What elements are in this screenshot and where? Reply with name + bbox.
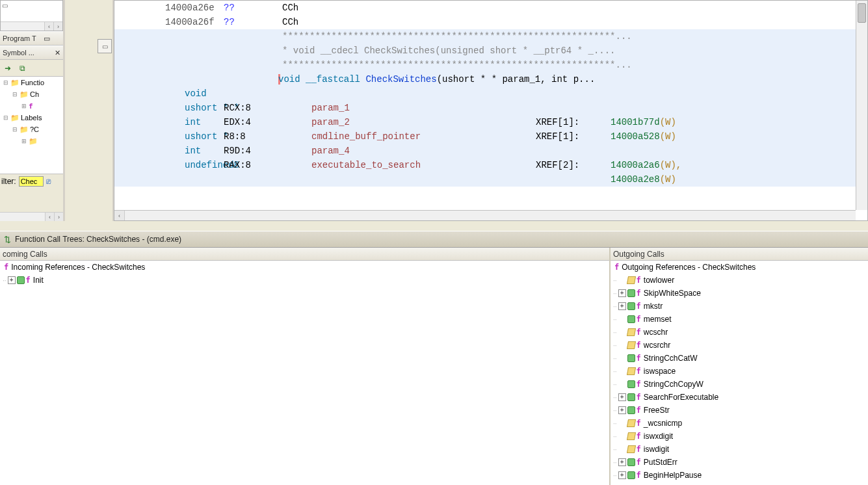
h-scrollbar[interactable]: ‹: [114, 210, 856, 220]
function-icon: f: [637, 276, 641, 285]
call-tree-item[interactable]: ·· fiswxdigit: [611, 430, 868, 443]
scroll-left-icon[interactable]: ‹: [114, 211, 125, 220]
expander-icon[interactable]: +: [618, 406, 626, 414]
expander-icon[interactable]: +: [618, 393, 626, 401]
call-label: SearchForExecutable: [644, 393, 718, 402]
call-tree-item[interactable]: ·· fwcsrchr: [611, 339, 868, 352]
goto-icon[interactable]: ➜: [1, 62, 14, 75]
call-tree-item[interactable]: ·· fmemset: [611, 313, 868, 326]
close-icon[interactable]: ✕: [55, 49, 60, 57]
code-line[interactable]: ****************************************…: [114, 29, 856, 44]
tree-item[interactable]: ⊟📁?C: [0, 124, 63, 135]
call-tree-item[interactable]: ·· ftowlower: [611, 274, 868, 287]
code-line[interactable]: * void __cdecl CheckSwitches(unsigned sh…: [114, 44, 856, 58]
ref-icon: [627, 458, 635, 466]
code-line[interactable]: void __fastcall CheckSwitches(ushort * *…: [114, 72, 856, 86]
incoming-header: coming Calls: [0, 248, 609, 261]
left-sidebar: ▭ ‹ › Program T ▭ Symbol ... ✕ ➜ ⧉ ⊟📁Fun…: [0, 0, 65, 221]
tree-item[interactable]: ⊟📁Labels: [0, 112, 63, 124]
filter-input[interactable]: [19, 176, 44, 187]
call-label: iswspace: [644, 367, 676, 376]
symbol-tree-header: Symbol ... ✕: [0, 46, 63, 60]
listing-gutter: ▭: [65, 0, 114, 221]
code-line[interactable]: ushort * *RCX:8param_1: [114, 101, 856, 115]
call-tree-item[interactable]: ··+ fFreeStr: [611, 404, 868, 417]
function-icon: f: [637, 471, 641, 480]
scroll-left-icon[interactable]: ‹: [44, 22, 53, 31]
ref-icon: [627, 432, 636, 440]
program-tree-panel: ▭ ‹ ›: [0, 0, 63, 31]
clear-filter-icon[interactable]: ⎚: [46, 177, 51, 186]
function-icon: f: [614, 263, 619, 272]
call-tree-item[interactable]: ·· fStringCchCatW: [611, 352, 868, 365]
incoming-header-label: coming Calls: [3, 250, 47, 259]
call-tree-item[interactable]: ··+ fSearchForExecutable: [611, 391, 868, 404]
call-tree-item[interactable]: ·· fwcschr: [611, 326, 868, 339]
listing-body[interactable]: 14000a26e??CCh14000a26f??CCh ***********…: [114, 1, 856, 210]
scroll-right-icon[interactable]: ›: [54, 213, 63, 221]
symbol-tree-title: Symbol ...: [3, 49, 34, 57]
call-tree-root[interactable]: fIncoming References - CheckSwitches: [0, 261, 609, 274]
code-line[interactable]: ushort *R8:8cmdline_buff_pointerXREF[1]:…: [114, 129, 856, 144]
call-trees-title-bar: ⇅ Function Call Trees: CheckSwitches - (…: [0, 231, 868, 248]
code-line[interactable]: intR9D:4param_4: [114, 144, 856, 158]
expander-icon[interactable]: +: [8, 276, 16, 284]
function-icon: f: [637, 458, 641, 467]
code-line[interactable]: 14000a2e8(W): [114, 172, 856, 187]
tree-icon[interactable]: ⧉: [16, 62, 29, 75]
call-label: iswxdigit: [644, 432, 673, 441]
ref-icon: [627, 341, 636, 349]
call-label: iswdigit: [644, 445, 669, 454]
program-tab[interactable]: Program T ▭: [0, 31, 63, 46]
tree-item[interactable]: ⊟📁Functio: [0, 77, 63, 88]
call-tree-item[interactable]: ··+ fBeginHelpPause: [611, 469, 868, 482]
incoming-tree[interactable]: fIncoming References - CheckSwitches··+ …: [0, 261, 609, 485]
tree-item[interactable]: ⊟📁Ch: [0, 88, 63, 100]
code-line[interactable]: undefined8RAX:8executable_to_searchXREF[…: [114, 158, 856, 172]
code-line[interactable]: 14000a26f??CCh: [114, 15, 856, 29]
h-scrollbar[interactable]: ‹ ›: [1, 21, 62, 31]
function-icon: f: [637, 393, 641, 402]
code-line[interactable]: intEDX:4param_2XREF[1]:14001b77d(W): [114, 115, 856, 129]
outgoing-tree[interactable]: fOutgoing References - CheckSwitches·· f…: [611, 261, 868, 485]
ref-icon: [627, 380, 635, 388]
call-tree-item[interactable]: ·· fStringCchCopyW: [611, 378, 868, 391]
function-icon: f: [637, 367, 641, 376]
nav-icon[interactable]: ▭: [44, 34, 50, 43]
call-tree-root[interactable]: fOutgoing References - CheckSwitches: [611, 261, 868, 274]
h-scrollbar[interactable]: ‹ ›: [0, 212, 63, 221]
tree-item[interactable]: ⊞📁: [0, 135, 63, 147]
call-tree-item[interactable]: ··+ fInit: [0, 274, 609, 287]
call-label: memset: [644, 315, 672, 324]
expander-icon[interactable]: +: [618, 302, 626, 310]
call-tree-item[interactable]: ··+ fSkipWhiteSpace: [611, 287, 868, 300]
call-tree-item[interactable]: ··+ fmkstr: [611, 300, 868, 313]
code-line[interactable]: ****************************************…: [114, 58, 856, 72]
filter-bar: ilter: ⎚: [0, 174, 63, 189]
ref-icon: [627, 445, 636, 453]
code-line[interactable]: void: [114, 86, 856, 101]
folder-icon: 📁: [20, 90, 29, 99]
function-icon: f: [637, 328, 641, 337]
scroll-right-icon[interactable]: ›: [53, 22, 62, 31]
call-label: wcsrchr: [644, 341, 670, 350]
function-icon: f: [4, 263, 8, 272]
call-tree-item[interactable]: ··+ fPutStdErr: [611, 456, 868, 469]
nav-history-icon[interactable]: ▭: [98, 39, 112, 53]
call-tree-item[interactable]: ·· fiswspace: [611, 365, 868, 378]
call-tree-item[interactable]: ·· f_wcsnicmp: [611, 417, 868, 430]
symbol-toolbar: ➜ ⧉: [0, 60, 63, 77]
expander-icon[interactable]: +: [618, 289, 626, 297]
ref-icon: [627, 393, 635, 401]
scroll-left-icon[interactable]: ‹: [45, 213, 54, 221]
scrollbar-thumb[interactable]: [858, 3, 866, 23]
v-scrollbar[interactable]: [856, 1, 867, 210]
call-trees-title: Function Call Trees: CheckSwitches - (cm…: [15, 235, 181, 244]
expander-icon[interactable]: +: [618, 471, 626, 479]
code-line[interactable]: 14000a26e??CCh: [114, 1, 856, 15]
call-label: FreeStr: [644, 406, 670, 415]
expander-icon[interactable]: +: [618, 458, 626, 466]
tree-item[interactable]: ⊞f: [0, 100, 63, 112]
call-tree-item[interactable]: ·· fiswdigit: [611, 443, 868, 456]
symbol-tree[interactable]: ⊟📁Functio⊟📁Ch⊞f⊟📁Labels⊟📁?C⊞📁: [0, 77, 63, 174]
